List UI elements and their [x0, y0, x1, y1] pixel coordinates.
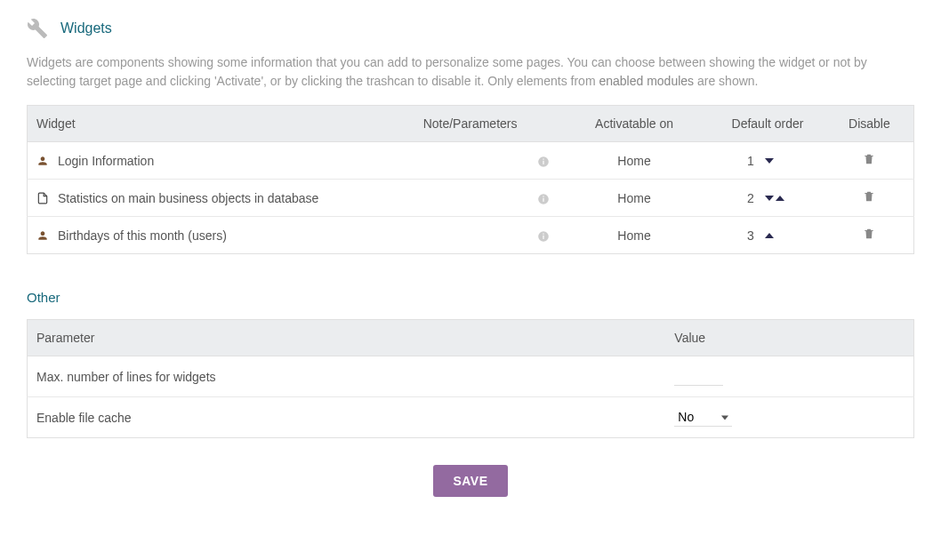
table-row: Login InformationHome1 [28, 142, 914, 180]
widgets-section-header: Widgets [27, 18, 914, 39]
document-icon [36, 192, 49, 204]
widgets-description: Widgets are components showing some info… [27, 53, 914, 91]
move-up-icon[interactable] [776, 196, 784, 201]
trash-icon[interactable] [863, 153, 875, 167]
col-note: Note/Parameters [382, 106, 559, 142]
widget-name: Statistics on main business objects in d… [58, 191, 318, 205]
svg-rect-1 [543, 160, 543, 164]
other-table: Parameter Value Max. number of lines for… [27, 319, 914, 438]
col-activatable: Activatable on [559, 106, 710, 142]
move-up-icon[interactable] [765, 233, 774, 238]
parameter-label: Max. number of lines for widgets [28, 356, 666, 397]
col-widget: Widget [28, 106, 382, 142]
desc-after: are shown. [694, 74, 758, 88]
table-row: Birthdays of this month (users)Home3 [28, 217, 914, 254]
activatable-cell: Home [559, 217, 710, 254]
max-lines-input[interactable] [674, 367, 723, 386]
svg-rect-8 [543, 233, 543, 234]
info-icon[interactable] [537, 193, 550, 205]
widget-name: Login Information [58, 154, 154, 168]
col-value: Value [665, 320, 913, 356]
svg-rect-7 [543, 235, 543, 238]
enabled-modules-link[interactable]: enabled modules [599, 74, 694, 88]
other-title: Other [27, 290, 914, 305]
col-disable: Disable [825, 106, 914, 142]
widget-name: Birthdays of this month (users) [58, 228, 227, 243]
svg-rect-2 [543, 158, 543, 159]
table-row: Enable file cacheNo [28, 397, 914, 438]
col-default-order: Default order [710, 106, 825, 142]
svg-rect-5 [543, 196, 543, 196]
order-number: 3 [747, 228, 754, 243]
tools-icon [27, 18, 48, 39]
svg-rect-4 [543, 197, 543, 201]
order-number: 1 [747, 154, 754, 168]
parameter-label: Enable file cache [28, 397, 666, 438]
info-icon[interactable] [537, 156, 550, 168]
save-button[interactable]: SAVE [433, 465, 507, 497]
info-icon[interactable] [537, 230, 550, 243]
col-parameter: Parameter [28, 320, 666, 356]
widgets-title: Widgets [60, 20, 112, 36]
table-row: Statistics on main business objects in d… [28, 180, 914, 217]
widgets-table: Widget Note/Parameters Activatable on De… [27, 105, 914, 254]
user-icon [36, 155, 49, 167]
table-row: Max. number of lines for widgets [28, 356, 914, 397]
user-icon [36, 229, 49, 242]
order-number: 2 [747, 191, 754, 205]
move-down-icon[interactable] [765, 196, 774, 201]
activatable-cell: Home [559, 142, 710, 180]
activatable-cell: Home [559, 180, 710, 217]
trash-icon[interactable] [863, 190, 875, 204]
move-down-icon[interactable] [765, 158, 774, 164]
trash-icon[interactable] [863, 228, 875, 242]
file-cache-select[interactable]: No [674, 408, 732, 427]
